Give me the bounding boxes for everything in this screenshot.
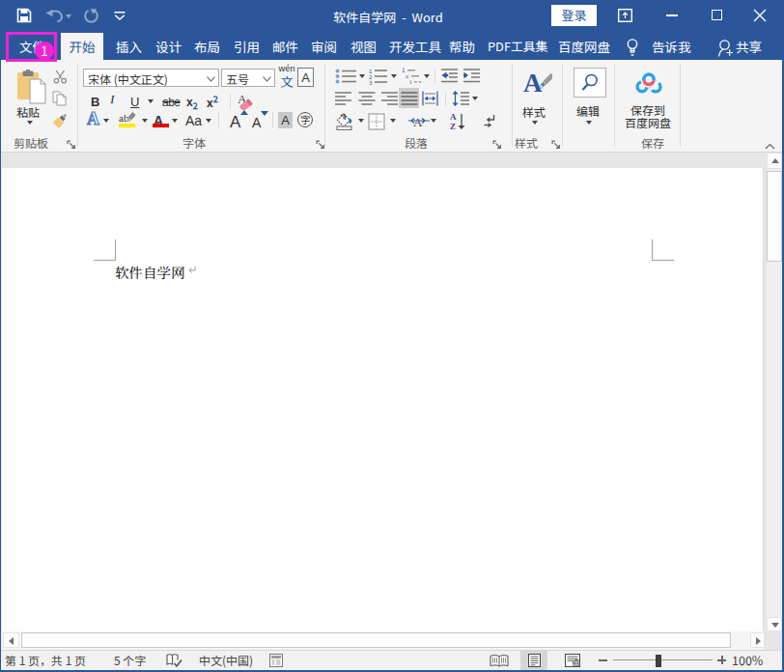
svg-text:a: a xyxy=(406,70,408,80)
svg-text:ab: ab xyxy=(119,111,129,125)
svg-text:Z: Z xyxy=(450,120,456,130)
svg-text:A: A xyxy=(87,108,99,128)
svg-text:A: A xyxy=(413,113,423,130)
svg-text:3: 3 xyxy=(369,78,372,86)
svg-text:A: A xyxy=(523,68,543,98)
svg-text:i: i xyxy=(410,76,412,85)
